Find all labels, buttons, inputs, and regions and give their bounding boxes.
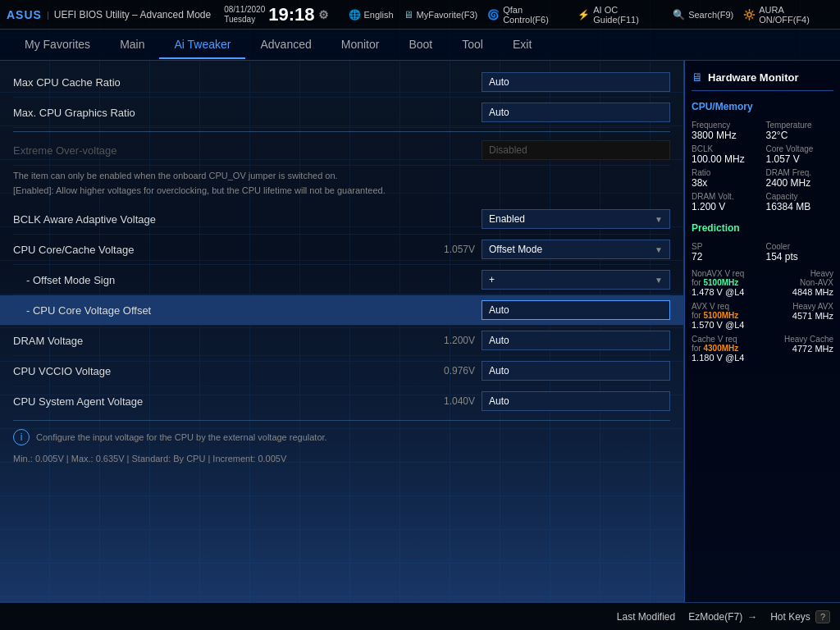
max-cpu-cache-ratio-select[interactable]: Auto [482,72,670,92]
divider-2 [13,420,670,421]
settings-panel: Max CPU Cache Ratio Auto Max. CPU Graphi… [0,61,684,602]
cpu-core-voltage-offset-label: - CPU Core Voltage Offset [13,304,482,317]
cpu-system-agent-voltage-display: 1.040V [444,395,475,407]
setting-cpu-system-agent-voltage[interactable]: CPU System Agent Voltage 1.040V Auto [13,386,670,417]
topbar: ASUS | UEFI BIOS Utility – Advanced Mode… [0,0,840,30]
setting-cpu-vccio-voltage[interactable]: CPU VCCIO Voltage 0.976V Auto [13,356,670,386]
setting-max-cpu-graphics-ratio[interactable]: Max. CPU Graphics Ratio Auto [13,98,670,128]
cpu-core-cache-voltage-select[interactable]: Offset Mode ▼ [482,240,670,259]
asus-logo: ASUS [7,8,42,21]
avx-heavy-value: 4571 MHz [792,311,833,321]
bclk-aware-select[interactable]: Enabled ▼ [482,209,670,229]
offset-mode-sign-arrow: ▼ [655,276,663,285]
setting-offset-mode-sign[interactable]: - Offset Mode Sign + ▼ [13,265,670,295]
bottom-bar: Last Modified EzMode(F7) → Hot Keys ? [0,602,840,630]
cpu-vccio-voltage-select[interactable]: Auto [482,361,670,381]
date-display: 08/11/2020 Tuesday [224,5,265,25]
cpu-vccio-voltage-control[interactable]: Auto [482,361,670,381]
prediction-stats-grid: SP 72 Cooler 154 pts [692,242,833,262]
cache-heavy-value: 4772 MHz [784,344,833,354]
nav-boot[interactable]: Boot [394,31,447,59]
stat-capacity: Capacity 16384 MB [766,192,834,212]
limits-bar: Min.: 0.005V | Max.: 0.635V | Standard: … [13,450,670,467]
max-cpu-graphics-ratio-control[interactable]: Auto [482,103,670,122]
topbar-ai-oc[interactable]: ⚡ AI OC Guide(F11) [578,5,663,25]
dram-voltage-control[interactable]: Auto [482,331,670,350]
logo: ASUS | UEFI BIOS Utility – Advanced Mode [7,8,211,21]
time-display: 19:18 ⚙ [268,4,328,25]
bios-title: UEFI BIOS Utility – Advanced Mode [54,9,211,21]
settings-icon[interactable]: ⚙ [318,8,329,21]
search-icon: 🔍 [673,9,685,21]
divider-1 [13,131,670,132]
cpu-memory-section-title: CPU/Memory [692,98,833,116]
stat-bclk: BCLK 100.00 MHz [692,144,760,165]
nonavx-heavy-value: 4848 MHz [792,287,833,297]
topbar-english[interactable]: 🌐 English [349,5,394,25]
monitor-icon: 🖥 [404,9,413,21]
dram-voltage-select[interactable]: Auto [482,331,670,350]
setting-bclk-aware[interactable]: BCLK Aware Adaptive Voltage Enabled ▼ [13,204,670,235]
cpu-system-agent-voltage-select[interactable]: Auto [482,391,670,411]
cpu-system-agent-voltage-label: CPU System Agent Voltage [13,395,444,408]
info-bar: i Configure the input voltage for the CP… [13,424,670,450]
ez-mode-button[interactable]: EzMode(F7) → [688,611,757,623]
hot-keys-badge: ? [815,610,830,623]
bclk-aware-control[interactable]: Enabled ▼ [482,209,670,229]
cpu-core-voltage-offset-select[interactable]: Auto [482,300,670,320]
setting-dram-voltage[interactable]: DRAM Voltage 1.200V Auto [13,326,670,356]
setting-max-cpu-cache-ratio[interactable]: Max CPU Cache Ratio Auto [13,67,670,98]
nav-advanced[interactable]: Advanced [245,31,326,59]
nav-main[interactable]: Main [105,31,159,59]
globe-icon: 🌐 [349,9,361,21]
topbar-nav: 🌐 English 🖥 MyFavorite(F3) 🌀 Qfan Contro… [349,5,833,25]
nav-my-favorites[interactable]: My Favorites [10,31,105,59]
nav-ai-tweaker[interactable]: Ai Tweaker [159,31,245,59]
info-icon: i [13,429,30,445]
cpu-system-agent-voltage-control[interactable]: Auto [482,391,670,411]
setting-cpu-core-cache-voltage[interactable]: CPU Core/Cache Voltage 1.057V Offset Mod… [13,235,670,265]
datetime-block: 08/11/2020 Tuesday 19:18 ⚙ [224,4,328,25]
prediction-section-title: Prediction [692,219,833,237]
stat-frequency: Frequency 3800 MHz [692,121,760,141]
topbar-aura[interactable]: 🔆 AURA ON/OFF(F4) [743,5,833,25]
offset-mode-sign-select[interactable]: + ▼ [482,270,670,290]
stat-dram-freq: DRAM Freq. 2400 MHz [766,168,834,189]
max-cpu-cache-ratio-control[interactable]: Auto [482,72,670,92]
nonavx-voltage: 1.478 V @L4 [692,287,744,297]
cpu-core-cache-voltage-arrow: ▼ [655,245,663,254]
nav-tool[interactable]: Tool [447,31,498,59]
prediction-nonavx-row: NonAVX V req for 5100MHz 1.478 V @L4 Hea… [692,269,833,297]
fan-icon: 🌀 [487,9,500,21]
hot-keys-button[interactable]: Hot Keys ? [770,610,830,623]
dram-voltage-label: DRAM Voltage [13,335,444,347]
last-modified-button[interactable]: Last Modified [617,611,675,623]
topbar-search[interactable]: 🔍 Search(F9) [673,5,733,25]
nav-exit[interactable]: Exit [498,31,546,59]
extreme-overvoltage-label: Extreme Over-voltage [13,144,482,157]
topbar-qfan[interactable]: 🌀 Qfan Control(F6) [487,5,568,25]
cpu-core-cache-voltage-display: 1.057V [444,244,475,255]
offset-mode-sign-control[interactable]: + ▼ [482,270,670,290]
monitor-icon: 🖥 [692,71,703,84]
hw-monitor-header: 🖥 Hardware Monitor [692,67,833,91]
cpu-vccio-voltage-label: CPU VCCIO Voltage [13,365,444,377]
max-cpu-cache-ratio-label: Max CPU Cache Ratio [13,76,482,89]
topbar-myfavorite[interactable]: 🖥 MyFavorite(F3) [404,5,478,25]
nav-monitor[interactable]: Monitor [326,31,395,59]
prediction-avx-row: AVX V req for 5100MHz 1.570 V @L4 Heavy … [692,302,833,330]
overvoltage-info-text: The item can only be enabled when the on… [13,166,670,204]
stat-ratio: Ratio 38x [692,168,760,189]
avx-voltage: 1.570 V @L4 [692,320,744,330]
cpu-core-cache-voltage-control[interactable]: Offset Mode ▼ [482,240,670,259]
extreme-overvoltage-control: Disabled [482,140,670,160]
setting-cpu-core-voltage-offset[interactable]: - CPU Core Voltage Offset Auto [0,295,683,326]
cpu-core-voltage-offset-control[interactable]: Auto [482,300,670,320]
nonavx-freq: 5100MHz [703,278,738,287]
max-cpu-graphics-ratio-select[interactable]: Auto [482,103,670,122]
stat-cooler: Cooler 154 pts [766,242,834,262]
hw-monitor-title: Hardware Monitor [708,71,799,84]
bclk-aware-arrow: ▼ [655,215,663,224]
bclk-aware-label: BCLK Aware Adaptive Voltage [13,213,482,226]
stat-core-voltage: Core Voltage 1.057 V [766,144,834,165]
